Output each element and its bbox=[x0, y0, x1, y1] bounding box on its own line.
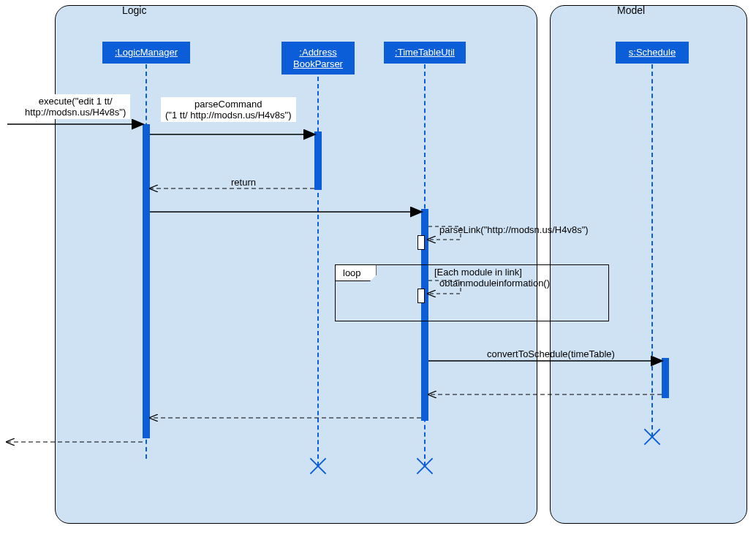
model-region-label: Model bbox=[613, 4, 649, 16]
timetableutil-lifeline: :TimeTableUtil bbox=[384, 42, 466, 64]
schedule-line bbox=[651, 64, 653, 437]
sequence-diagram: Logic Model :LogicManager :Address BookP… bbox=[0, 0, 756, 534]
schedule-activation bbox=[662, 358, 669, 398]
logicmanager-label: :LogicManager bbox=[115, 47, 178, 58]
logicmanager-lifeline: :LogicManager bbox=[102, 42, 190, 64]
loop-guard: [Each module in link] bbox=[434, 267, 522, 278]
logic-region-label: Logic bbox=[118, 4, 151, 16]
addressbookparser-label: :Address BookParser bbox=[293, 47, 343, 69]
schedule-label: s:Schedule bbox=[629, 47, 676, 58]
loop-frame: loop [Each module in link] bbox=[335, 264, 609, 321]
logicmanager-activation bbox=[143, 124, 150, 438]
addressbookparser-line bbox=[317, 69, 319, 466]
timetableutil-label: :TimeTableUtil bbox=[395, 47, 455, 58]
schedule-lifeline: s:Schedule bbox=[616, 42, 689, 64]
addressbookparser-activation bbox=[314, 131, 322, 190]
loop-tag: loop bbox=[336, 265, 377, 281]
timetableutil-parselink-activation bbox=[417, 235, 425, 250]
